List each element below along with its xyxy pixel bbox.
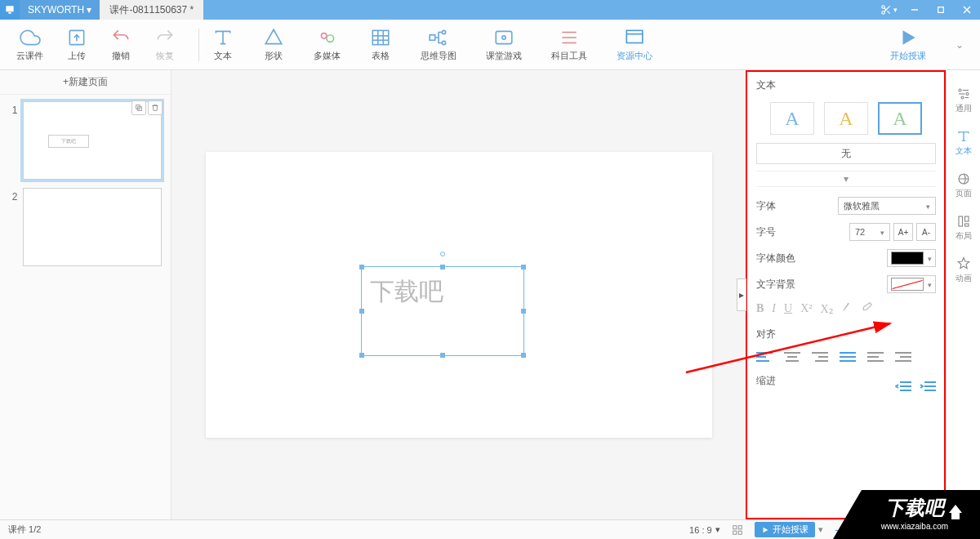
slide-thumbnail[interactable]: 下载吧 xyxy=(23,101,162,180)
svg-point-9 xyxy=(321,33,327,39)
game-button[interactable]: 课堂游戏 xyxy=(486,27,522,62)
svg-point-18 xyxy=(442,41,445,44)
resource-button[interactable]: 资源中心 xyxy=(617,27,653,62)
svg-rect-1 xyxy=(8,12,11,14)
fit-screen-icon[interactable] xyxy=(949,524,960,536)
svg-point-17 xyxy=(442,30,445,33)
align-top-button[interactable] xyxy=(867,351,884,363)
grid-view-icon[interactable] xyxy=(732,524,743,536)
font-label: 字体 xyxy=(756,199,805,213)
canvas-area[interactable]: 下载吧 ▸ xyxy=(172,70,746,519)
redo-button: 恢复 xyxy=(154,27,176,62)
zoom-in-button[interactable]: + xyxy=(931,523,938,537)
canvas[interactable]: 下载吧 xyxy=(206,152,712,438)
close-button[interactable] xyxy=(954,0,980,20)
maximize-button[interactable] xyxy=(928,0,954,20)
slide-thumbnail[interactable] xyxy=(23,188,162,266)
textbox[interactable]: 下载吧 xyxy=(361,266,524,356)
subscript-button[interactable]: X₂ xyxy=(820,302,833,316)
svg-point-20 xyxy=(502,36,506,39)
side-tabs: 通用 文本 页面 布局 动画 xyxy=(946,70,980,519)
media-button[interactable]: 多媒体 xyxy=(314,27,341,62)
slide-item[interactable]: 2 xyxy=(7,188,164,266)
side-tab-page[interactable]: 页面 xyxy=(956,172,972,199)
font-color-picker[interactable]: ▾ xyxy=(887,249,936,267)
underline-button[interactable]: U xyxy=(784,302,792,315)
eraser-icon[interactable] xyxy=(862,301,873,316)
document-tab[interactable]: 课件-0811150637 * xyxy=(100,0,203,20)
svg-rect-19 xyxy=(496,31,512,43)
zoom-out-button[interactable]: − xyxy=(835,523,841,537)
brand-menu[interactable]: SKYWORTH ▾ xyxy=(20,0,100,20)
delete-slide-icon[interactable] xyxy=(148,100,163,115)
slide-sidebar: +新建页面 1 下载吧 2 xyxy=(0,70,172,519)
text-bg-picker[interactable]: ▾ xyxy=(887,275,936,293)
cloud-button[interactable]: 云课件 xyxy=(16,27,43,62)
slide-number: 2 xyxy=(7,188,23,203)
undo-button[interactable]: 撤销 xyxy=(110,27,131,62)
italic-button[interactable]: I xyxy=(772,302,776,315)
app-logo xyxy=(0,0,20,20)
indent-increase-button[interactable] xyxy=(920,381,936,392)
indent-decrease-button[interactable] xyxy=(895,381,911,392)
properties-panel: 文本 A A A 无 ▾ 字体微软雅黑▾ 字号72▾A+A- 字体颜色▾ 文字背… xyxy=(746,70,946,519)
shape-button[interactable]: 形状 xyxy=(263,27,284,62)
titlebar: SKYWORTH ▾ 课件-0811150637 * ▾ xyxy=(0,0,980,20)
play-button[interactable]: 开始授课 xyxy=(755,522,815,537)
align-right-button[interactable] xyxy=(812,351,828,363)
svg-rect-11 xyxy=(372,30,389,44)
svg-rect-57 xyxy=(959,216,963,226)
side-tab-text[interactable]: 文本 xyxy=(956,129,972,157)
zoom-slider[interactable] xyxy=(849,528,923,531)
font-color-label: 字体颜色 xyxy=(756,252,805,265)
start-class-button[interactable]: 开始授课 xyxy=(890,27,926,62)
svg-rect-61 xyxy=(738,525,742,528)
textbox-content[interactable]: 下载吧 xyxy=(362,267,523,317)
clear-format-icon[interactable] xyxy=(842,301,853,316)
font-increase-button[interactable]: A+ xyxy=(893,223,913,241)
style-dropdown[interactable]: 无 xyxy=(756,143,936,164)
side-tab-animation[interactable]: 动画 xyxy=(956,256,972,284)
subject-button[interactable]: 科目工具 xyxy=(551,27,587,62)
side-tab-general[interactable]: 通用 xyxy=(956,87,972,114)
align-justify-button[interactable] xyxy=(840,351,856,363)
svg-rect-21 xyxy=(626,30,643,42)
svg-rect-16 xyxy=(430,35,435,41)
text-style-preset[interactable]: A xyxy=(824,102,868,135)
superscript-button[interactable]: X² xyxy=(800,302,812,315)
svg-rect-63 xyxy=(738,531,742,534)
slide-number: 1 xyxy=(7,101,23,116)
size-select[interactable]: 72▾ xyxy=(849,223,890,241)
table-button[interactable]: 表格 xyxy=(370,27,391,62)
toolbar: 云课件 上传 撤销 恢复 文本 形状 多媒体 表格 思维导图 课堂游戏 科目工具… xyxy=(0,20,980,70)
svg-rect-5 xyxy=(938,7,944,13)
aspect-ratio[interactable]: 16 : 9 ▾ xyxy=(689,524,720,535)
toolbar-expand-icon[interactable]: ⌄ xyxy=(956,39,964,51)
scissors-icon[interactable]: ▾ xyxy=(875,0,902,20)
panel-collapse-handle[interactable]: ▸ xyxy=(737,278,746,311)
svg-point-10 xyxy=(326,35,333,42)
copy-slide-icon[interactable] xyxy=(131,100,146,115)
text-style-preset[interactable]: A xyxy=(878,102,922,135)
svg-point-50 xyxy=(959,89,961,91)
align-left-button[interactable] xyxy=(756,351,773,363)
svg-point-52 xyxy=(966,93,969,96)
svg-point-54 xyxy=(961,96,964,99)
bold-button[interactable]: B xyxy=(756,302,764,315)
expand-toggle[interactable]: ▾ xyxy=(756,171,936,187)
page-indicator: 课件 1/2 xyxy=(8,523,41,536)
align-center-button[interactable] xyxy=(784,351,800,363)
text-style-preset[interactable]: A xyxy=(770,102,814,135)
svg-point-3 xyxy=(881,11,884,15)
slide-item[interactable]: 1 下载吧 xyxy=(7,101,164,180)
font-select[interactable]: 微软雅黑▾ xyxy=(838,197,936,215)
new-page-button[interactable]: +新建页面 xyxy=(0,70,171,95)
minimize-button[interactable] xyxy=(902,0,928,20)
size-label: 字号 xyxy=(756,225,805,239)
side-tab-layout[interactable]: 布局 xyxy=(956,214,972,242)
align-bottom-button[interactable] xyxy=(895,351,911,363)
upload-button[interactable]: 上传 xyxy=(66,27,87,62)
mindmap-button[interactable]: 思维导图 xyxy=(421,27,457,62)
font-decrease-button[interactable]: A- xyxy=(916,223,936,241)
text-button[interactable]: 文本 xyxy=(212,27,234,62)
